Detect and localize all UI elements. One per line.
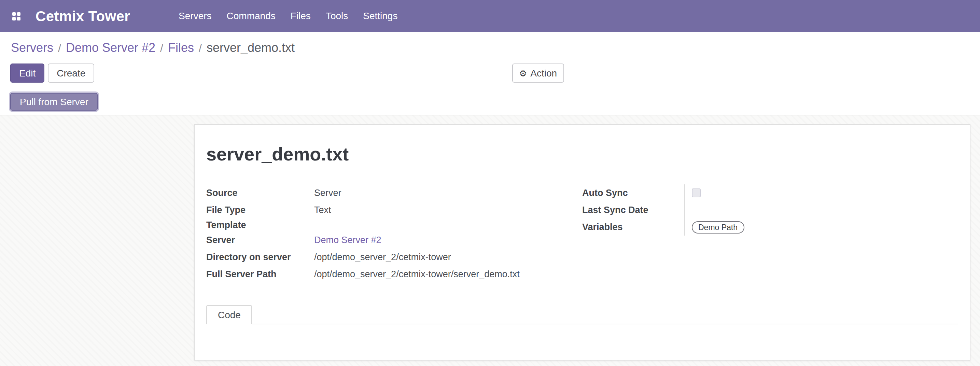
record-title: server_demo.txt — [206, 143, 958, 166]
code-tab-content — [206, 325, 958, 360]
breadcrumb-separator: / — [155, 42, 168, 54]
variable-tag: Demo Path — [692, 221, 745, 233]
notebook-tabs: Code — [206, 305, 958, 325]
apps-menu-button[interactable] — [7, 8, 26, 24]
breadcrumb-current: server_demo.txt — [207, 41, 295, 55]
gear-icon: ⚙ — [519, 68, 527, 78]
field-row-file-type: File Type Text — [206, 201, 582, 218]
pull-from-server-button[interactable]: Pull from Server — [10, 93, 98, 111]
field-group-right: Auto Sync Last Sync Date Variables — [582, 185, 958, 283]
field-label: Directory on server — [206, 248, 314, 266]
field-label: Source — [206, 185, 314, 201]
menu-item-commands[interactable]: Commands — [219, 0, 283, 32]
field-value — [684, 201, 958, 218]
form-sheet: server_demo.txt Source Server File Type … — [194, 124, 970, 361]
menu-item-tools[interactable]: Tools — [318, 0, 355, 32]
field-row-source: Source Server — [206, 185, 582, 201]
field-label: Template — [206, 218, 314, 231]
field-row-auto-sync: Auto Sync — [582, 185, 958, 201]
breadcrumb-separator: / — [194, 42, 207, 54]
create-button[interactable]: Create — [48, 64, 94, 83]
breadcrumb-link-demo-server-2[interactable]: Demo Server #2 — [66, 41, 155, 55]
control-panel-buttons: Edit Create ⚙ Action — [0, 64, 980, 83]
field-label: Auto Sync — [582, 185, 684, 201]
field-groups: Source Server File Type Text Template — [206, 185, 958, 283]
apps-grid-icon — [12, 12, 21, 20]
menu-item-settings[interactable]: Settings — [355, 0, 405, 32]
field-value: Demo Path — [684, 218, 958, 236]
field-label: Full Server Path — [206, 266, 314, 283]
server-record-link[interactable]: Demo Server #2 — [314, 235, 382, 245]
field-row-server: Server Demo Server #2 — [206, 231, 582, 248]
control-panel: Servers/Demo Server #2/Files/server_demo… — [0, 32, 980, 115]
breadcrumb: Servers/Demo Server #2/Files/server_demo… — [0, 32, 980, 57]
form-view-background: server_demo.txt Source Server File Type … — [0, 115, 980, 366]
field-row-last-sync-date: Last Sync Date — [582, 201, 958, 218]
field-row-template: Template — [206, 218, 582, 231]
app-window: Cetmix Tower Servers Commands Files Tool… — [0, 0, 980, 366]
top-menu: Servers Commands Files Tools Settings — [171, 0, 405, 32]
field-label: Server — [206, 231, 314, 248]
tab-code[interactable]: Code — [206, 305, 252, 325]
field-value: /opt/demo_server_2/cetmix-tower/server_d… — [314, 266, 520, 283]
auto-sync-checkbox[interactable] — [692, 188, 700, 197]
action-menu-button[interactable]: ⚙ Action — [512, 64, 564, 83]
field-row-full-path: Full Server Path /opt/demo_server_2/cetm… — [206, 266, 582, 283]
field-value: Text — [314, 201, 331, 218]
top-navbar: Cetmix Tower Servers Commands Files Tool… — [0, 0, 980, 32]
page: Cetmix Tower Servers Commands Files Tool… — [0, 0, 980, 366]
field-row-variables: Variables Demo Path — [582, 218, 958, 236]
menu-item-files[interactable]: Files — [283, 0, 318, 32]
breadcrumb-link-servers[interactable]: Servers — [11, 41, 53, 55]
field-group-left: Source Server File Type Text Template — [206, 185, 582, 283]
edit-button[interactable]: Edit — [10, 64, 45, 83]
object-buttons-row: Pull from Server — [0, 93, 980, 111]
menu-item-servers[interactable]: Servers — [171, 0, 219, 32]
field-value: Server — [314, 185, 342, 201]
field-label: Last Sync Date — [582, 201, 684, 218]
field-value — [684, 185, 958, 201]
action-menu-label: Action — [530, 67, 557, 79]
field-value: /opt/demo_server_2/cetmix-tower — [314, 248, 451, 266]
field-label: File Type — [206, 201, 314, 218]
breadcrumb-link-files[interactable]: Files — [168, 41, 194, 55]
field-label: Variables — [582, 218, 684, 236]
brand-title[interactable]: Cetmix Tower — [35, 8, 130, 24]
field-value: Demo Server #2 — [314, 231, 382, 248]
field-row-directory: Directory on server /opt/demo_server_2/c… — [206, 248, 582, 266]
breadcrumb-separator: / — [53, 42, 66, 54]
